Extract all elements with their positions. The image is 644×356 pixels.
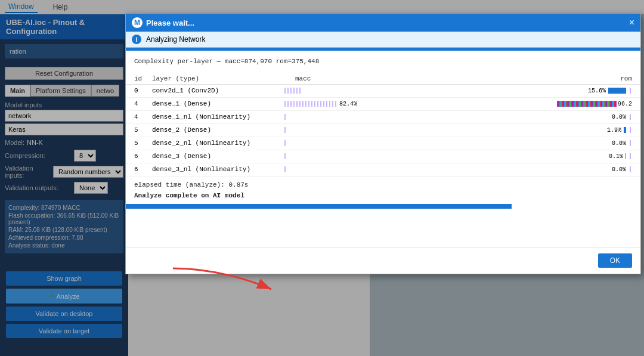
table-header: id layer (type) macc rom bbox=[126, 73, 640, 85]
modal-title-left: M Please wait... bbox=[132, 17, 194, 28]
complexity-line: Complexity per-layer — macc=874,970 rom=… bbox=[126, 51, 640, 73]
modal-body[interactable]: Complexity per-layer — macc=874,970 rom=… bbox=[126, 51, 640, 247]
col-macc-header: macc bbox=[283, 75, 513, 82]
modal-footer: OK bbox=[126, 247, 640, 274]
col-layer-header: layer (type) bbox=[152, 75, 283, 82]
progress-bar-bottom bbox=[126, 204, 512, 209]
modal-close-button[interactable]: × bbox=[629, 18, 634, 27]
table-row: 0 conv2d_1 (Conv2D) |||||| 15.6% | bbox=[126, 85, 640, 98]
modal-subheader: i Analyzing Network bbox=[126, 32, 640, 48]
table-row: 4 dense_1_nl (Nonlinearity) | 0.0% | bbox=[126, 111, 640, 124]
table-row: 6 dense_3_nl (Nonlinearity) | 0.0% | bbox=[126, 163, 640, 177]
table-row: 4 dense_1 (Dense) |||||||||||||||||| 82.… bbox=[126, 98, 640, 111]
complete-line: Analyze complete on AI model bbox=[126, 191, 640, 204]
modal-titlebar: M Please wait... × bbox=[126, 14, 640, 32]
modal-dialog: M Please wait... × i Analyzing Network C… bbox=[125, 13, 641, 274]
complexity-text: Complexity per-layer — macc=874,970 rom=… bbox=[134, 58, 319, 65]
table-row: 5 dense_2_nl (Nonlinearity) | 0.0% | bbox=[126, 137, 640, 150]
modal-subheader-text: Analyzing Network bbox=[146, 35, 205, 44]
info-icon: i bbox=[132, 35, 141, 44]
modal-title: Please wait... bbox=[146, 18, 194, 27]
col-rom-header: rom bbox=[513, 75, 632, 82]
elapsed-text: elapsed time (analyze): 0.87s bbox=[134, 181, 248, 188]
elapsed-line: elapsed time (analyze): 0.87s bbox=[126, 177, 640, 191]
ok-button[interactable]: OK bbox=[598, 253, 632, 268]
modal-logo-icon: M bbox=[132, 17, 143, 28]
table-row: 5 dense_2 (Dense) | 1.9% | bbox=[126, 124, 640, 137]
complete-text: Analyze complete on AI model bbox=[134, 192, 244, 199]
col-id-header: id bbox=[134, 75, 152, 82]
table-row: 6 dense_3 (Dense) | 0.1% | bbox=[126, 150, 640, 163]
